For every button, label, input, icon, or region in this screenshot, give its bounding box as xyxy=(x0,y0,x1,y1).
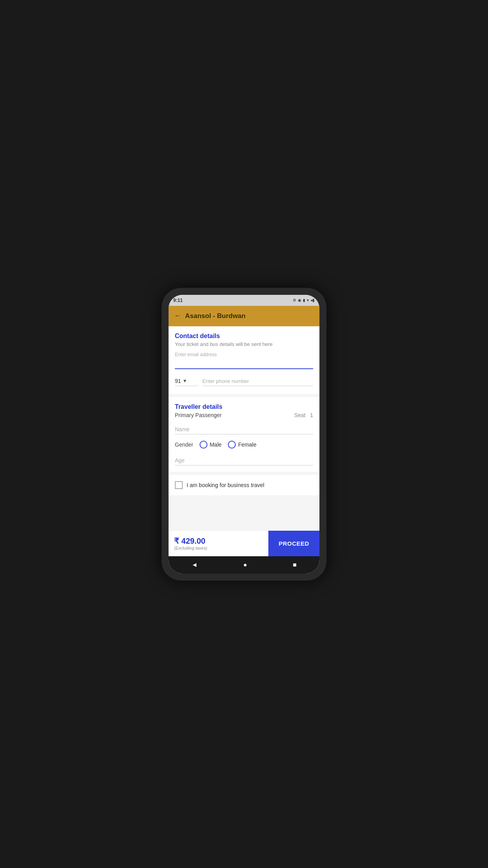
phone-screen: 9:11 ⚙ ◉ ▮ ▾ ◂▮ ← Asansol - Burdwan Cont… xyxy=(169,295,319,574)
scroll-content: Contact details Your ticket and bus deta… xyxy=(169,326,319,530)
status-time: 9:11 xyxy=(173,298,183,303)
price-value: 429.00 xyxy=(182,537,205,545)
female-radio-circle xyxy=(228,441,236,449)
app-bar: ← Asansol - Burdwan xyxy=(169,306,319,326)
name-input[interactable] xyxy=(175,424,313,434)
currency-symbol: ₹ xyxy=(174,537,179,545)
settings-icon: ⚙ xyxy=(293,298,296,302)
dropdown-arrow-icon: ▼ xyxy=(183,378,187,384)
price-tax-note: (Excluding taxes) xyxy=(174,546,263,550)
traveller-header: Primary Passenger Seat 1 xyxy=(175,412,313,418)
business-travel-section: I am booking for business travel xyxy=(169,475,319,495)
bottom-bar: ₹ 429.00 (Excluding taxes) PROCEED xyxy=(169,530,319,556)
phone-input[interactable] xyxy=(202,375,313,386)
nav-back-icon[interactable]: ◄ xyxy=(191,561,198,568)
seat-number: 1 xyxy=(310,412,313,418)
contact-details-section: Contact details Your ticket and bus deta… xyxy=(169,326,319,394)
traveller-details-section: Traveller details Primary Passenger Seat… xyxy=(169,397,319,472)
seat-label-text: Seat xyxy=(294,412,306,418)
status-icons: ⚙ ◉ ▮ ▾ ◂▮ xyxy=(293,298,315,302)
male-label: Male xyxy=(210,441,222,448)
female-radio[interactable]: Female xyxy=(228,441,257,449)
price-amount: ₹ 429.00 xyxy=(174,536,263,546)
business-travel-checkbox[interactable] xyxy=(175,481,183,489)
battery-icon: ▮ xyxy=(303,298,305,302)
email-input[interactable] xyxy=(175,358,313,369)
proceed-button[interactable]: PROCEED xyxy=(268,531,319,556)
wifi-icon: ▾ xyxy=(307,298,309,302)
email-input-group: Enter email address xyxy=(175,352,313,369)
traveller-details-title: Traveller details xyxy=(175,403,313,410)
female-label: Female xyxy=(238,441,257,448)
nav-recent-icon[interactable]: ■ xyxy=(293,561,297,568)
nav-bar: ◄ ● ■ xyxy=(169,556,319,574)
email-label: Enter email address xyxy=(175,352,313,357)
gender-row: Gender Male Female xyxy=(175,441,313,449)
price-section: ₹ 429.00 (Excluding taxes) xyxy=(169,536,268,550)
contact-details-subtitle: Your ticket and bus details will be sent… xyxy=(175,341,313,347)
age-input[interactable] xyxy=(175,455,313,465)
nav-home-icon[interactable]: ● xyxy=(243,561,247,568)
male-radio[interactable]: Male xyxy=(200,441,222,449)
gender-label: Gender xyxy=(175,441,193,448)
app-bar-title: Asansol - Burdwan xyxy=(185,312,246,320)
business-travel-label: I am booking for business travel xyxy=(187,482,264,488)
status-bar: 9:11 ⚙ ◉ ▮ ▾ ◂▮ xyxy=(169,295,319,306)
phone-frame: 9:11 ⚙ ◉ ▮ ▾ ◂▮ ← Asansol - Burdwan Cont… xyxy=(161,288,327,581)
passenger-label: Primary Passenger xyxy=(175,412,222,418)
bottom-spacer xyxy=(169,498,319,502)
back-button[interactable]: ← xyxy=(174,312,181,320)
seat-info: Seat 1 xyxy=(294,412,313,418)
phone-row: 91 ▼ xyxy=(175,375,313,386)
country-code-selector[interactable]: 91 ▼ xyxy=(175,378,198,386)
contact-details-title: Contact details xyxy=(175,333,313,340)
shield-icon: ◉ xyxy=(298,298,301,302)
signal-icon: ◂▮ xyxy=(310,298,315,302)
country-code-text: 91 xyxy=(175,378,181,384)
business-travel-checkbox-row[interactable]: I am booking for business travel xyxy=(175,481,313,489)
male-radio-circle xyxy=(200,441,207,449)
